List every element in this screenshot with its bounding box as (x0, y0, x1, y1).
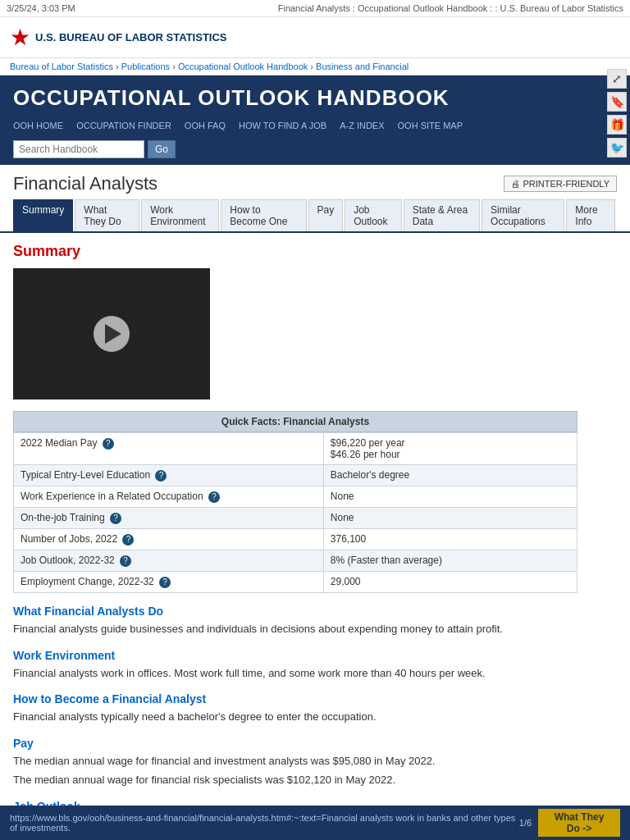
pay-text-1: The median annual wage for financial and… (13, 753, 578, 769)
tabs: Summary What They Do Work Environment Ho… (0, 199, 630, 233)
printer-icon: 🖨 (511, 179, 520, 189)
pay-text-2: The median annual wage for financial ris… (13, 772, 578, 788)
search-input[interactable] (13, 140, 144, 158)
play-arrow-icon (105, 324, 121, 344)
right-toolbar: ⤢ 🔖 🎁 🐦 (604, 66, 630, 161)
resize-icon[interactable]: ⤢ (607, 69, 627, 89)
what-they-do-nav-button[interactable]: What They Do -> (538, 809, 620, 837)
help-icon[interactable]: ? (120, 555, 131, 567)
breadcrumb-business[interactable]: Business and Financial (316, 62, 409, 71)
summary-heading: Summary (13, 243, 578, 260)
table-row: Job Outlook, 2022-32 ? 8% (Faster than a… (14, 550, 578, 572)
what-they-do-link[interactable]: What Financial Analysts Do (13, 605, 578, 618)
tab-job-outlook[interactable]: Job Outlook (345, 199, 402, 231)
tab-pay[interactable]: Pay (308, 199, 344, 231)
ooh-nav: OOH HOME OCCUPATION FINDER OOH FAQ HOW T… (13, 117, 617, 134)
nav-how-to-find[interactable]: HOW TO FIND A JOB (239, 121, 326, 130)
bottom-bar: https://www.bls.gov/ooh/business-and-fin… (0, 806, 630, 840)
nav-az-index[interactable]: A-Z INDEX (340, 121, 384, 130)
breadcrumb-ooh[interactable]: Occupational Outlook Handbook (178, 62, 308, 71)
page-count: 1/6 (519, 818, 532, 828)
tab-summary[interactable]: Summary (13, 199, 73, 231)
help-icon[interactable]: ? (110, 513, 121, 524)
top-bar: 3/25/24, 3:03 PM Financial Analysts : Oc… (0, 0, 630, 17)
main-content: Summary Quick Facts: Financial Analysts … (0, 233, 591, 840)
nav-ooh-faq[interactable]: OOH FAQ (185, 121, 226, 130)
how-to-become-text: Financial analysts typically need a bach… (13, 709, 578, 725)
section-what-they-do: What Financial Analysts Do Financial ana… (13, 605, 578, 637)
search-button[interactable]: Go (148, 140, 176, 158)
quick-facts-caption: Quick Facts: Financial Analysts (13, 411, 578, 432)
table-row: Typical Entry-Level Education ? Bachelor… (14, 465, 578, 486)
page-header: Financial Analysts 🖨 PRINTER-FRIENDLY (0, 165, 630, 199)
page-tab-title: Financial Analysts : Occupational Outloo… (278, 3, 623, 13)
breadcrumb-bls[interactable]: Bureau of Labor Statistics (10, 62, 113, 71)
bookmark-icon[interactable]: 🔖 (607, 92, 627, 112)
pay-link[interactable]: Pay (13, 737, 578, 750)
tab-more-info[interactable]: More Info (566, 199, 615, 231)
printer-friendly-button[interactable]: 🖨 PRINTER-FRIENDLY (504, 176, 617, 192)
video-thumbnail[interactable] (13, 268, 210, 399)
nav-occupation-finder[interactable]: OCCUPATION FINDER (76, 121, 171, 130)
ooh-banner: OCCUPATIONAL OUTLOOK HANDBOOK OOH HOME O… (0, 75, 630, 165)
tab-work-environment[interactable]: Work Environment (141, 199, 219, 231)
breadcrumb: Bureau of Labor Statistics › Publication… (0, 58, 630, 75)
tab-state-area[interactable]: State & Area Data (404, 199, 480, 231)
ooh-title: OCCUPATIONAL OUTLOOK HANDBOOK (13, 85, 617, 111)
tab-what-they-do[interactable]: What They Do (75, 199, 139, 231)
nav-site-map[interactable]: OOH SITE MAP (398, 121, 463, 130)
help-icon[interactable]: ? (159, 577, 171, 588)
how-to-become-link[interactable]: How to Become a Financial Analyst (13, 692, 578, 705)
logo: ★ U.S. BUREAU OF LABOR STATISTICS (10, 24, 227, 51)
breadcrumb-publications[interactable]: Publications (121, 62, 170, 71)
bottom-url-link[interactable]: https://www.bls.gov/ooh/business-and-fin… (10, 813, 519, 833)
header: ★ U.S. BUREAU OF LABOR STATISTICS (0, 17, 630, 58)
search-row: Go (13, 134, 617, 165)
bird-icon[interactable]: 🐦 (607, 138, 627, 158)
table-row: 2022 Median Pay ? $96,220 per year$46.26… (14, 433, 578, 465)
table-row: Number of Jobs, 2022 ? 376,100 (14, 529, 578, 550)
logo-star-icon: ★ (10, 24, 30, 51)
quick-facts-table: Quick Facts: Financial Analysts 2022 Med… (13, 411, 578, 593)
tab-similar[interactable]: Similar Occupations (482, 199, 564, 231)
work-environment-link[interactable]: Work Environment (13, 649, 578, 662)
section-pay: Pay The median annual wage for financial… (13, 737, 578, 788)
help-icon[interactable]: ? (208, 491, 220, 503)
work-environment-text: Financial analysts work in offices. Most… (13, 665, 578, 682)
what-they-do-text: Financial analysts guide businesses and … (13, 621, 578, 637)
help-icon[interactable]: ? (122, 534, 134, 546)
timestamp: 3/25/24, 3:03 PM (7, 3, 75, 13)
logo-link[interactable]: U.S. BUREAU OF LABOR STATISTICS (35, 31, 227, 43)
section-how-to-become: How to Become a Financial Analyst Financ… (13, 692, 578, 725)
play-button[interactable] (94, 316, 130, 352)
section-work-environment: Work Environment Financial analysts work… (13, 649, 578, 682)
help-icon[interactable]: ? (155, 470, 167, 482)
table-row: Employment Change, 2022-32 ? 29,000 (14, 572, 578, 593)
share-icon[interactable]: 🎁 (607, 115, 627, 135)
table-row: Work Experience in a Related Occupation … (14, 486, 578, 508)
help-icon[interactable]: ? (103, 438, 114, 450)
nav-ooh-home[interactable]: OOH HOME (13, 121, 63, 130)
table-row: On-the-job Training ? None (14, 508, 578, 529)
tab-how-to-become[interactable]: How to Become One (221, 199, 306, 231)
page-title: Financial Analysts (13, 173, 158, 194)
